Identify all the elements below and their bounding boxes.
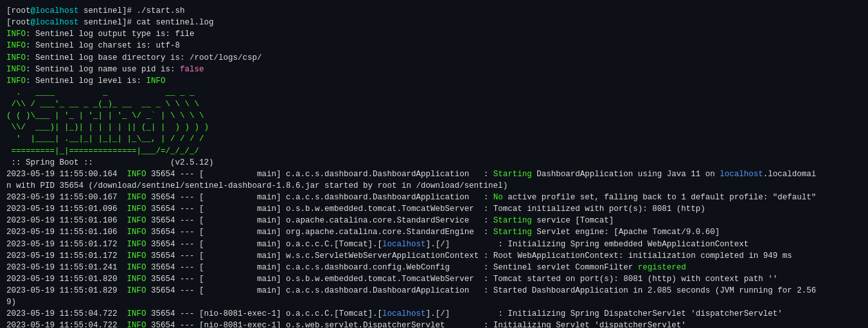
line-segment: 2023-05-19 11:55:01.106 [6, 216, 127, 225]
terminal-line: ( ( )\___ | '_ | '_| | '_ \/ _` | \ \ \ … [6, 110, 862, 122]
line-segment: 35654 --- [ main] w.s.c.ServletWebServer… [146, 251, 792, 260]
line-segment: 35654 --- [nio-8081-exec-1] o.s.web.serv… [146, 321, 686, 328]
line-segment: /\\ / ___'_ __ _ _(_)_ __ __ _ \ \ \ \ [6, 100, 199, 109]
terminal-line: n with PID 35654 (/download/sentinel/sen… [6, 180, 862, 192]
line-segment: [root [6, 18, 31, 27]
line-segment: DashboardApplication using Java 11 on [532, 170, 720, 179]
terminal-line: 2023-05-19 11:55:01.106 INFO 35654 --- [… [6, 226, 862, 238]
line-segment: ].[/] : Initializing Spring embedded Web… [426, 240, 749, 249]
line-segment: INFO [127, 263, 146, 272]
line-segment: INFO [127, 193, 146, 202]
line-segment: ].[/] : Initializing Spring DispatcherSe… [426, 309, 783, 318]
terminal-line: INFO: Sentinel log name use pid is: fals… [6, 64, 862, 75]
line-segment: 35654 --- [ main] c.a.c.s.dashboard.Dash… [146, 170, 493, 179]
line-segment: INFO [127, 286, 146, 295]
line-segment: 2023-05-19 11:55:01.172 [6, 240, 127, 249]
terminal-line: 2023-05-19 11:55:01.172 INFO 35654 --- [… [6, 250, 862, 262]
line-segment: 2023-05-19 11:55:01.106 [6, 228, 127, 237]
line-segment: Starting [493, 216, 532, 225]
line-segment: [root [6, 6, 31, 15]
terminal-line: =========|_|==============|___/=/_/_/_/ [6, 145, 862, 157]
line-segment: INFO [6, 30, 26, 39]
line-segment: INFO [6, 41, 26, 50]
line-segment: registered [638, 263, 686, 272]
line-segment: INFO [127, 170, 146, 179]
terminal-line: INFO: Sentinel log base directory is: /r… [6, 52, 862, 64]
line-segment: INFO [127, 275, 146, 284]
line-segment: 35654 --- [ main] o.s.b.w.embedded.tomca… [146, 205, 705, 214]
terminal-line: 2023-05-19 11:55:00.164 INFO 35654 --- [… [6, 169, 862, 180]
line-segment: active profile set, falling back to 1 de… [503, 193, 817, 202]
terminal-line: 2023-05-19 11:55:04.722 INFO 35654 --- [… [6, 320, 862, 328]
line-segment: 2023-05-19 11:55:01.829 [6, 286, 127, 295]
line-segment: 2023-05-19 11:55:00.164 [6, 170, 127, 179]
terminal-window: [root@localhost sentinel]# ./start.sh[ro… [6, 5, 862, 328]
line-segment: sentinel]# cat sentinel.log [79, 18, 214, 27]
terminal-line: ' |____| .__|_| |_|_| |_\__, | / / / / [6, 133, 862, 145]
terminal-line: . ____ _ __ _ _ [6, 87, 862, 98]
line-segment: INFO [146, 77, 166, 86]
terminal-line: 2023-05-19 11:55:01.106 INFO 35654 --- [… [6, 215, 862, 226]
line-segment: 2023-05-19 11:55:01.820 [6, 275, 127, 284]
line-segment: : Sentinel log name use pid is: [26, 65, 180, 74]
terminal-line: 2023-05-19 11:55:01.241 INFO 35654 --- [… [6, 262, 862, 273]
line-segment: @localhost [31, 18, 79, 27]
line-segment: false [180, 65, 204, 74]
line-segment: Starting [493, 228, 532, 237]
terminal-line: INFO: Sentinel log output type is: file [6, 28, 862, 40]
line-segment: INFO [127, 251, 146, 260]
line-segment: .localdomai [763, 170, 817, 179]
line-segment: INFO [127, 228, 146, 237]
line-segment: 35654 --- [ main] c.a.c.s.dashboard.Dash… [146, 193, 493, 202]
terminal-line: [root@localhost sentinel]# ./start.sh [6, 5, 862, 17]
terminal-line: :: Spring Boot :: (v2.5.12) [6, 157, 862, 169]
line-segment: localhost [382, 309, 426, 318]
line-segment: : Sentinel log output type is: file [26, 30, 195, 39]
line-segment: 2023-05-19 11:55:04.722 [6, 321, 127, 328]
line-segment: sentinel]# ./start.sh [79, 6, 185, 15]
line-segment: Starting [493, 170, 532, 179]
line-segment: Servlet engine: [Apache Tomcat/9.0.60] [532, 228, 720, 237]
line-segment: 35654 --- [nio-8081-exec-1] o.a.c.c.C.[T… [146, 309, 383, 318]
line-segment: ' |____| .__|_| |_|_| |_\__, | / / / / [6, 134, 204, 143]
line-segment: INFO [127, 309, 146, 318]
line-segment: 2023-05-19 11:55:04.722 [6, 309, 127, 318]
line-segment: 35654 --- [ main] c.a.c.s.dashboard.Dash… [146, 286, 817, 295]
terminal-line: 2023-05-19 11:55:01.829 INFO 35654 --- [… [6, 285, 862, 296]
line-segment: =========|_|==============|___/=/_/_/_/ [6, 147, 199, 156]
line-segment: localhost [382, 240, 426, 249]
terminal-line: [root@localhost sentinel]# cat sentinel.… [6, 17, 862, 28]
line-segment: 35654 --- [ main] org.apache.catalina.co… [146, 228, 493, 237]
terminal-line: INFO: Sentinel log level is: INFO [6, 75, 862, 87]
line-segment: INFO [6, 65, 26, 74]
line-segment: : Sentinel log base directory is: /root/… [26, 53, 262, 62]
line-segment: 2023-05-19 11:55:01.172 [6, 251, 127, 260]
terminal-line: 2023-05-19 11:55:01.096 INFO 35654 --- [… [6, 203, 862, 215]
terminal-line: 2023-05-19 11:55:04.722 INFO 35654 --- [… [6, 308, 862, 320]
terminal-line: INFO: Sentinel log charset is: utf-8 [6, 40, 862, 51]
line-segment: ( ( )\___ | '_ | '_| | '_ \/ _` | \ \ \ … [6, 111, 204, 120]
line-segment: INFO [127, 205, 146, 214]
line-segment: 2023-05-19 11:55:00.167 [6, 193, 127, 202]
line-segment: 2023-05-19 11:55:01.241 [6, 263, 127, 272]
line-segment: n with PID 35654 (/download/sentinel/sen… [6, 181, 508, 190]
terminal-line: 2023-05-19 11:55:01.820 INFO 35654 --- [… [6, 273, 862, 285]
terminal-content: [root@localhost sentinel]# ./start.sh[ro… [6, 5, 862, 328]
line-segment: 2023-05-19 11:55:01.096 [6, 205, 127, 214]
line-segment: : Sentinel log level is: [26, 77, 146, 86]
line-segment: 35654 --- [ main] o.s.b.w.embedded.tomca… [146, 275, 778, 284]
line-segment: : Sentinel log charset is: utf-8 [26, 41, 180, 50]
line-segment: service [Tomcat] [532, 216, 614, 225]
line-segment: INFO [127, 240, 146, 249]
line-segment: @localhost [31, 6, 79, 15]
line-segment: INFO [6, 53, 26, 62]
line-segment: . ____ _ __ _ _ [6, 88, 195, 97]
line-segment: 35654 --- [ main] c.a.c.s.dashboard.conf… [146, 263, 638, 272]
line-segment: INFO [6, 77, 26, 86]
line-segment: No [493, 193, 503, 202]
terminal-line: 2023-05-19 11:55:01.172 INFO 35654 --- [… [6, 239, 862, 250]
line-segment: INFO [127, 216, 146, 225]
line-segment: 9) [6, 298, 16, 307]
terminal-line: 9) [6, 296, 862, 308]
terminal-line: /\\ / ___'_ __ _ _(_)_ __ __ _ \ \ \ \ [6, 98, 862, 110]
